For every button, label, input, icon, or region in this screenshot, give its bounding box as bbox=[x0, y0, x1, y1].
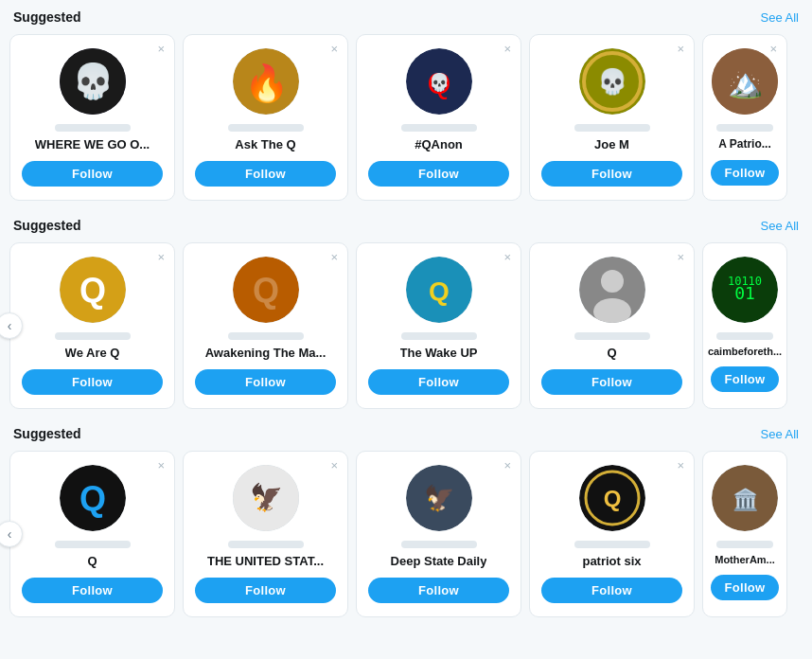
meta-line-deepstate bbox=[401, 541, 477, 548]
svg-text:💀: 💀 bbox=[597, 66, 628, 97]
meta-line-unitedstates bbox=[228, 541, 304, 548]
follow-btn-awakening[interactable]: Follow bbox=[195, 369, 336, 395]
follow-btn-caim[interactable]: Follow bbox=[711, 366, 779, 392]
section-1-carousel: × 💀 WHERE WE GO O... Follow × 🔥 bbox=[9, 34, 803, 201]
card-wakeup: × Q The Wake UP Follow bbox=[356, 242, 521, 409]
section-2-header: Suggested See All bbox=[9, 218, 803, 233]
card-awakening: × Q Awakening The Ma... Follow bbox=[183, 242, 348, 409]
card-unitedstates: × 🦅 THE UNITED STAT... Follow bbox=[183, 451, 348, 617]
section-2: Suggested See All ‹ × Q We Are Q Follow bbox=[9, 218, 803, 409]
svg-text:10110: 10110 bbox=[728, 275, 762, 288]
section-1: Suggested See All × 💀 WHERE WE GO O... F… bbox=[9, 9, 803, 201]
close-patriotsix[interactable]: × bbox=[677, 459, 684, 472]
section-2-carousel: ‹ × Q We Are Q Follow × bbox=[9, 242, 803, 409]
close-apatrio[interactable]: × bbox=[769, 43, 777, 55]
card-name-patriotsix: patriot six bbox=[582, 554, 641, 568]
svg-text:🦅: 🦅 bbox=[249, 482, 282, 513]
card-name-caim: caimbeforeth... bbox=[708, 346, 782, 357]
close-awakening[interactable]: × bbox=[330, 251, 338, 263]
svg-text:🦅: 🦅 bbox=[424, 483, 455, 513]
close-q-person[interactable]: × bbox=[677, 251, 684, 263]
svg-text:Q: Q bbox=[79, 271, 105, 310]
svg-text:💀: 💀 bbox=[429, 72, 450, 93]
follow-btn-deepstate[interactable]: Follow bbox=[368, 578, 509, 603]
svg-text:Q: Q bbox=[252, 271, 278, 310]
follow-btn-qanon[interactable]: Follow bbox=[368, 161, 509, 187]
close-q-dark[interactable]: × bbox=[157, 459, 165, 472]
svg-text:Q: Q bbox=[79, 479, 105, 518]
section-3: Suggested See All ‹ × Q Q Follow × bbox=[9, 426, 803, 617]
follow-btn-motheram[interactable]: Follow bbox=[711, 575, 779, 600]
meta-line-caim bbox=[716, 332, 773, 340]
avatar-qanon: Q 💀 bbox=[406, 48, 472, 115]
svg-text:Q: Q bbox=[603, 486, 621, 511]
card-name-weareq: We Are Q bbox=[65, 346, 120, 360]
meta-line-wherewego bbox=[55, 124, 131, 132]
avatar-patriotsix: Q bbox=[579, 465, 645, 531]
card-q-dark: × Q Q Follow bbox=[9, 451, 175, 617]
follow-btn-q-dark[interactable]: Follow bbox=[22, 578, 163, 603]
meta-line-weareq bbox=[55, 332, 131, 340]
card-asktheq: × 🔥 Ask The Q Follow bbox=[183, 34, 348, 201]
meta-line-q-dark bbox=[55, 541, 131, 548]
follow-btn-apatrio[interactable]: Follow bbox=[711, 160, 779, 186]
svg-text:🏔️: 🏔️ bbox=[728, 66, 764, 100]
card-name-wherewego: WHERE WE GO O... bbox=[35, 137, 150, 151]
close-qanon[interactable]: × bbox=[503, 43, 511, 55]
meta-line-patriotsix bbox=[574, 541, 650, 548]
close-wherewego[interactable]: × bbox=[157, 43, 165, 55]
meta-line-awakening bbox=[228, 332, 304, 340]
card-name-wakeup: The Wake UP bbox=[400, 346, 478, 360]
follow-btn-q-person[interactable]: Follow bbox=[541, 369, 682, 395]
avatar-motheram: 🏛️ bbox=[712, 465, 778, 531]
close-weareq[interactable]: × bbox=[157, 251, 165, 263]
card-name-motheram: MotherAm... bbox=[715, 554, 775, 565]
card-name-q-person: Q bbox=[607, 346, 616, 360]
card-caim: 01 10110 caimbeforeth... Follow bbox=[702, 242, 787, 409]
avatar-joem: 💀 bbox=[579, 48, 645, 115]
section-1-see-all[interactable]: See All bbox=[761, 10, 799, 25]
close-unitedstates[interactable]: × bbox=[330, 459, 338, 472]
section-1-title: Suggested bbox=[13, 9, 81, 25]
section-3-see-all[interactable]: See All bbox=[761, 427, 799, 441]
follow-btn-wakeup[interactable]: Follow bbox=[368, 369, 509, 395]
avatar-weareq: Q bbox=[60, 257, 126, 323]
section-2-cards-row: × Q We Are Q Follow × Q bbox=[9, 242, 803, 409]
close-wakeup[interactable]: × bbox=[503, 251, 511, 263]
card-joem: × 💀 Joe M Follow bbox=[529, 34, 695, 201]
follow-btn-asktheq[interactable]: Follow bbox=[195, 161, 336, 187]
close-asktheq[interactable]: × bbox=[330, 43, 338, 55]
card-q-person: × Q Follow bbox=[529, 242, 695, 409]
svg-text:🔥: 🔥 bbox=[243, 62, 289, 105]
follow-btn-joem[interactable]: Follow bbox=[541, 161, 682, 187]
avatar-awakening: Q bbox=[233, 257, 299, 323]
follow-btn-unitedstates[interactable]: Follow bbox=[195, 578, 336, 603]
avatar-unitedstates: 🦅 bbox=[233, 465, 299, 531]
meta-line-qanon bbox=[401, 124, 477, 132]
card-name-joem: Joe M bbox=[594, 137, 629, 151]
meta-line-asktheq bbox=[228, 124, 304, 132]
follow-btn-patriotsix[interactable]: Follow bbox=[541, 578, 682, 603]
svg-point-19 bbox=[601, 270, 624, 293]
section-3-carousel: ‹ × Q Q Follow × bbox=[9, 451, 803, 617]
follow-btn-weareq[interactable]: Follow bbox=[22, 369, 163, 395]
meta-line-wakeup bbox=[401, 332, 477, 340]
card-motheram: 🏛️ MotherAm... Follow bbox=[702, 451, 787, 617]
card-name-asktheq: Ask The Q bbox=[235, 137, 295, 151]
section-2-see-all[interactable]: See All bbox=[761, 219, 799, 233]
follow-btn-wherewego[interactable]: Follow bbox=[22, 161, 163, 187]
meta-line-motheram bbox=[716, 541, 773, 548]
card-wherewego: × 💀 WHERE WE GO O... Follow bbox=[9, 34, 175, 201]
card-patriotsix: × Q patriot six Follow bbox=[529, 451, 695, 617]
svg-text:🏛️: 🏛️ bbox=[733, 487, 759, 512]
section-3-title: Suggested bbox=[13, 426, 81, 441]
close-deepstate[interactable]: × bbox=[503, 459, 511, 472]
avatar-wakeup: Q bbox=[406, 257, 472, 323]
card-name-q-dark: Q bbox=[87, 554, 97, 568]
close-joem[interactable]: × bbox=[677, 43, 684, 55]
avatar-q-person bbox=[579, 257, 645, 323]
section-1-header: Suggested See All bbox=[9, 9, 803, 25]
meta-line-joem bbox=[574, 124, 650, 132]
avatar-asktheq: 🔥 bbox=[233, 48, 299, 115]
card-name-apatrio: A Patrio... bbox=[718, 137, 771, 151]
